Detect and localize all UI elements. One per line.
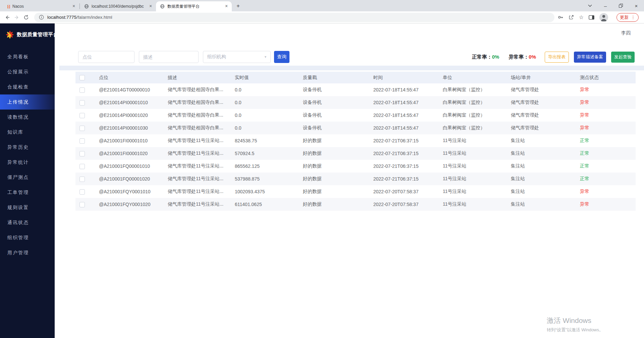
col-time: 时间 — [369, 72, 439, 83]
start-verify-button[interactable]: 发起查验 — [611, 52, 635, 63]
status-badge: 异常 — [580, 201, 589, 207]
description-input[interactable] — [139, 51, 199, 63]
row-checkbox[interactable] — [79, 113, 85, 118]
share-icon[interactable] — [569, 15, 574, 20]
chrome-update-button[interactable]: 更新 ⋮ — [616, 13, 639, 22]
export-report-button[interactable]: 导出报表 — [545, 52, 569, 63]
password-key-icon[interactable] — [558, 14, 564, 20]
table-row[interactable]: @E210014GT00000010 储气库管理处相国寺白果... 0.0 设备… — [75, 83, 636, 96]
sidebar-item[interactable]: 工单管理 — [0, 185, 55, 200]
row-checkbox[interactable] — [79, 126, 85, 131]
sidebar-item[interactable]: 用户管理 — [0, 245, 55, 260]
col-point: 点位 — [95, 72, 164, 83]
sidebar-item[interactable]: 全局看板 — [0, 49, 55, 64]
restore-icon[interactable] — [613, 0, 629, 11]
kebab-menu-icon[interactable]: ⋮ — [631, 15, 635, 20]
col-quality-stamp: 质量戳 — [299, 72, 369, 83]
back-icon[interactable] — [3, 13, 12, 22]
status-badge: 异常 — [580, 112, 589, 118]
cell-realtime-value: 0.0 — [231, 122, 299, 134]
browser-tab-nacos[interactable]: [-] Nacos × — [3, 1, 79, 11]
app-frame: 数据质量管理平台 全局看板 公报展示 合规检查 上传情况 读数情况 知识库 异常… — [0, 23, 644, 338]
sidebar-item[interactable]: 合规检查 — [0, 79, 55, 94]
sidebar-item[interactable]: 僵尸测点 — [0, 170, 55, 185]
cell-point: @A210001FQY0001010 — [95, 185, 164, 198]
side-panel-icon[interactable] — [589, 15, 594, 20]
status-badge: 正常 — [580, 138, 589, 143]
browser-tab-platform[interactable]: 数据质量管理平台 × — [156, 1, 232, 11]
row-checkbox[interactable] — [79, 151, 85, 156]
table-row[interactable]: @A210001FQY0001010 储气库管理处11号注采站... 10020… — [75, 185, 636, 198]
cell-description: 储气库管理处11号注采站... — [164, 160, 231, 173]
watermark-title: 激活 Windows — [547, 316, 603, 325]
new-tab-button[interactable]: + — [234, 2, 243, 10]
forward-icon[interactable] — [12, 13, 21, 22]
cell-unit: 11号注采站 — [439, 147, 507, 160]
tab-title: Nacos — [12, 4, 68, 9]
bookmark-star-icon[interactable]: ☆ — [579, 14, 584, 20]
tab-close-icon[interactable]: × — [71, 4, 76, 9]
row-checkbox[interactable] — [79, 202, 85, 207]
table-row[interactable]: @E210014PI00001010 储气库管理处相国寺白果... 0.0 设备… — [75, 96, 636, 109]
data-table: 点位 描述 实时值 质量戳 时间 单位 场站/单井 测点状态 @E210014G… — [75, 72, 636, 211]
row-checkbox[interactable] — [79, 177, 85, 182]
table-row[interactable]: @A210001FI00001010 储气库管理处11号注采站... 82453… — [75, 134, 636, 147]
status-badge: 正常 — [580, 150, 589, 156]
minimize-icon[interactable]: – — [598, 0, 613, 11]
chevron-down-icon: ▼ — [264, 55, 267, 59]
update-label: 更新 — [620, 14, 629, 20]
table-row[interactable]: @E210014PI00001020 储气库管理处相国寺白果... 0.0 设备… — [75, 109, 636, 122]
table-row[interactable]: @E210014PI00001030 储气库管理处相国寺白果... 0.0 设备… — [75, 122, 636, 134]
row-checkbox[interactable] — [79, 164, 85, 169]
row-checkbox[interactable] — [79, 100, 85, 106]
cell-unit: 11号注采站 — [439, 185, 507, 198]
cell-description: 储气库管理处相国寺白果... — [164, 96, 231, 109]
table-row[interactable]: @A210001FQ00001010 储气库管理处11号注采站... 86556… — [75, 160, 636, 173]
sidebar-item[interactable]: 组织管理 — [0, 230, 55, 245]
row-checkbox[interactable] — [79, 138, 85, 144]
sidebar-item[interactable]: 通讯状态 — [0, 215, 55, 230]
sidebar-item[interactable]: 公报展示 — [0, 64, 55, 79]
organization-select[interactable]: 组织机构 ▼ — [203, 51, 271, 63]
table-row[interactable]: @A210001FI00001020 储气库管理处11号注采站... 57092… — [75, 147, 636, 160]
tab-search-chevron-icon[interactable] — [582, 0, 598, 11]
browser-tab-demo[interactable]: localhost:10040/demo/psjdbc × — [80, 1, 156, 11]
table-row[interactable]: @A210001FQY0001020 储气库管理处11号注采站... 61140… — [75, 198, 636, 211]
abnormal-rate: 异常率：0% — [508, 54, 536, 60]
sidebar-item[interactable]: 上传情况 — [0, 94, 55, 110]
cell-time: 2022-07-18T14:55:47 — [369, 122, 439, 134]
abnormal-record-button[interactable]: 异常描述备案 — [574, 52, 606, 63]
tab-close-icon[interactable]: × — [224, 4, 229, 9]
organization-placeholder: 组织机构 — [207, 54, 226, 60]
tab-title: 数据质量管理平台 — [167, 4, 221, 9]
close-window-icon[interactable]: × — [629, 0, 644, 11]
status-badge: 正常 — [580, 163, 589, 168]
table-row[interactable]: @A210001FQ00001020 储气库管理处11号注采站... 53798… — [75, 173, 636, 185]
point-input[interactable] — [78, 51, 135, 63]
cell-time: 2022-07-18T14:55:47 — [369, 83, 439, 96]
row-checkbox[interactable] — [79, 87, 85, 93]
row-checkbox[interactable] — [79, 189, 85, 195]
profile-avatar[interactable] — [599, 13, 608, 22]
cell-point: @A210001FI00001020 — [95, 147, 164, 160]
current-user[interactable]: 李四 — [621, 30, 631, 36]
query-button[interactable]: 查询 — [274, 51, 289, 63]
sidebar-item[interactable]: 规则设置 — [0, 200, 55, 215]
cell-description: 储气库管理处11号注采站... — [164, 147, 231, 160]
refresh-icon[interactable] — [21, 13, 31, 22]
cell-station: 集注站 — [507, 160, 576, 173]
cell-realtime-value: 0.0 — [231, 109, 299, 122]
cell-description: 储气库管理处相国寺白果... — [164, 83, 231, 96]
info-icon[interactable] — [39, 15, 44, 20]
sidebar-item[interactable]: 异常历史 — [0, 140, 55, 155]
cell-quality-stamp: 好的数据 — [299, 160, 369, 173]
watermark-subtitle: 转到“设置”以激活 Windows。 — [547, 327, 603, 333]
sidebar-item[interactable]: 读数情况 — [0, 110, 55, 125]
cell-quality-stamp: 设备停机 — [299, 109, 369, 122]
tab-close-icon[interactable]: × — [148, 4, 153, 9]
cell-station: 储气库管理处 — [507, 96, 576, 109]
sidebar-item[interactable]: 知识库 — [0, 125, 55, 140]
sidebar-item[interactable]: 异常统计 — [0, 155, 55, 170]
select-all-checkbox[interactable] — [79, 75, 85, 80]
address-bar[interactable]: localhost:7775/falarm/index.html — [34, 13, 554, 22]
